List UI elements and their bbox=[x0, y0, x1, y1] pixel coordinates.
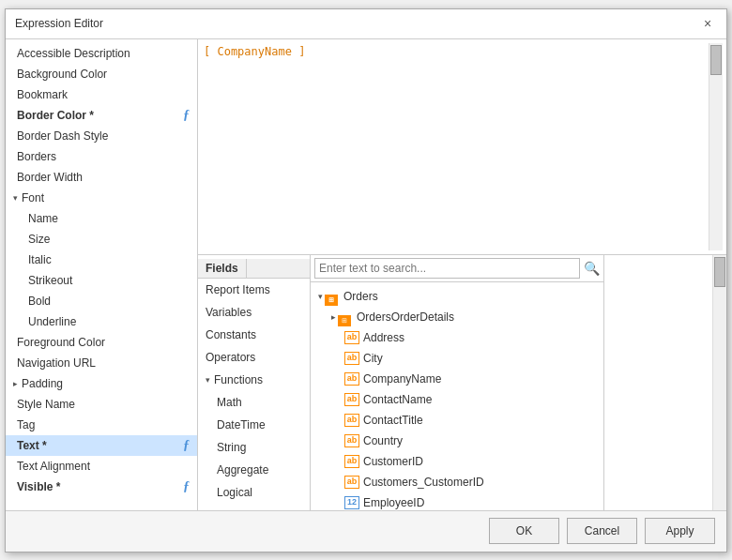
search-input[interactable] bbox=[314, 258, 580, 279]
field-orders[interactable]: ▾ ⊞ Orders bbox=[311, 286, 603, 307]
string-field-icon-companyname: ab bbox=[344, 372, 359, 386]
ok-button[interactable]: OK bbox=[489, 518, 559, 544]
string-field-icon-country: ab bbox=[344, 434, 359, 447]
value-section bbox=[604, 255, 726, 510]
expression-area: [ CompanyName ] bbox=[198, 39, 726, 255]
field-company-name[interactable]: ab CompanyName bbox=[311, 369, 603, 389]
field-tree-scrollbar[interactable] bbox=[712, 255, 726, 510]
sidebar-item-foreground-color[interactable]: Foreground Color bbox=[6, 332, 197, 353]
category-functions-group[interactable]: ▾ Functions bbox=[198, 369, 310, 391]
field-tree-panel: 🔍 ▾ ⊞ Orders bbox=[311, 255, 604, 510]
search-icon: 🔍 bbox=[584, 261, 600, 276]
sidebar-item-italic[interactable]: Italic bbox=[6, 250, 197, 270]
field-contact-title[interactable]: ab ContactTitle bbox=[311, 410, 603, 431]
function-icon-text: ƒ bbox=[183, 437, 190, 454]
sidebar-item-navigation-url[interactable]: Navigation URL bbox=[6, 353, 197, 373]
category-header-row: Fields bbox=[198, 259, 310, 279]
field-orders-order-details[interactable]: ▸ ⊞ OrdersOrderDetails bbox=[311, 307, 603, 327]
field-address[interactable]: ab Address bbox=[311, 327, 603, 348]
field-customer-id[interactable]: ab CustomerID bbox=[311, 451, 603, 472]
chevron-down-icon: ▾ bbox=[13, 189, 18, 206]
field-customers-customer-id[interactable]: ab Customers_CustomerID bbox=[311, 472, 603, 492]
left-panel: Accessible Description Background Color … bbox=[6, 39, 198, 510]
string-field-icon-address: ab bbox=[344, 331, 359, 344]
sidebar-item-border-color[interactable]: Border Color * ƒ bbox=[6, 105, 197, 126]
category-panel: Fields Report Items Variables Constants … bbox=[198, 255, 311, 510]
search-bar: 🔍 bbox=[311, 255, 603, 282]
dialog-title: Expression Editor bbox=[15, 17, 103, 30]
sidebar-item-size[interactable]: Size bbox=[6, 229, 197, 250]
main-content: Accessible Description Background Color … bbox=[6, 39, 726, 510]
category-math[interactable]: Math bbox=[198, 391, 310, 414]
right-section: [ CompanyName ] Fields Report Items Vari… bbox=[198, 39, 726, 510]
field-tree: ▾ ⊞ Orders ▸ ⊞ OrdersOrderD bbox=[311, 282, 603, 510]
category-constants[interactable]: Constants bbox=[198, 324, 310, 346]
close-button[interactable]: × bbox=[698, 14, 717, 33]
chevron-right-icon: ▸ bbox=[13, 375, 18, 392]
function-icon-visible: ƒ bbox=[183, 478, 190, 495]
field-country[interactable]: ab Country bbox=[311, 431, 603, 451]
chevron-down-icon-orders: ▾ bbox=[318, 288, 323, 305]
title-bar: Expression Editor × bbox=[6, 9, 726, 39]
category-variables[interactable]: Variables bbox=[198, 301, 310, 324]
chevron-right-icon-details: ▸ bbox=[331, 309, 336, 325]
sidebar-group-font[interactable]: ▾ Font bbox=[6, 188, 197, 208]
sidebar-item-text-alignment[interactable]: Text Alignment bbox=[6, 456, 197, 477]
number-field-icon-employeeid: 12 bbox=[344, 496, 359, 509]
apply-button[interactable]: Apply bbox=[645, 518, 715, 544]
string-field-icon-customers-customerid: ab bbox=[344, 476, 359, 489]
sidebar-item-background-color[interactable]: Background Color bbox=[6, 64, 197, 84]
string-field-icon-contacttitle: ab bbox=[344, 414, 359, 427]
sidebar-item-tag[interactable]: Tag bbox=[6, 415, 197, 435]
expression-scrollbar[interactable] bbox=[709, 43, 723, 250]
field-employee-id[interactable]: 12 EmployeeID bbox=[311, 492, 603, 510]
string-field-icon-contactname: ab bbox=[344, 393, 359, 406]
sidebar-item-border-dash-style[interactable]: Border Dash Style bbox=[6, 126, 197, 146]
chevron-down-icon-functions: ▾ bbox=[206, 371, 210, 388]
sidebar-item-style-name[interactable]: Style Name bbox=[6, 394, 197, 415]
category-operators[interactable]: Operators bbox=[198, 346, 310, 369]
sidebar-item-accessible-description[interactable]: Accessible Description bbox=[6, 43, 197, 64]
string-field-icon-city: ab bbox=[344, 352, 359, 365]
sidebar-item-name[interactable]: Name bbox=[6, 208, 197, 229]
bottom-section: Fields Report Items Variables Constants … bbox=[198, 255, 726, 510]
string-field-icon-customerid: ab bbox=[344, 455, 359, 468]
expression-editor-dialog: Expression Editor × Accessible Descripti… bbox=[5, 8, 727, 552]
footer: OK Cancel Apply bbox=[6, 510, 726, 552]
category-logical[interactable]: Logical bbox=[198, 481, 310, 504]
category-report-items[interactable]: Report Items bbox=[198, 279, 310, 301]
category-datetime[interactable]: DateTime bbox=[198, 414, 310, 436]
field-contact-name[interactable]: ab ContactName bbox=[311, 389, 603, 410]
category-string[interactable]: String bbox=[198, 436, 310, 459]
expression-input[interactable]: [ CompanyName ] bbox=[202, 43, 709, 250]
value-panel bbox=[604, 255, 712, 510]
sidebar-group-padding[interactable]: ▸ Padding bbox=[6, 373, 197, 394]
cancel-button[interactable]: Cancel bbox=[567, 518, 637, 544]
table-icon-details: ⊞ bbox=[338, 310, 353, 324]
field-city[interactable]: ab City bbox=[311, 348, 603, 369]
sidebar-item-text[interactable]: Text * ƒ bbox=[6, 435, 197, 456]
category-header: Fields bbox=[198, 259, 247, 278]
category-aggregate[interactable]: Aggregate bbox=[198, 459, 310, 481]
sidebar-item-visible[interactable]: Visible * ƒ bbox=[6, 477, 197, 497]
sidebar-item-border-width[interactable]: Border Width bbox=[6, 167, 197, 188]
table-icon: ⊞ bbox=[325, 290, 340, 303]
function-icon-border-color: ƒ bbox=[183, 107, 190, 124]
sidebar-item-bookmark[interactable]: Bookmark bbox=[6, 84, 197, 105]
sidebar-item-underline[interactable]: Underline bbox=[6, 311, 197, 332]
sidebar-item-bold[interactable]: Bold bbox=[6, 291, 197, 311]
sidebar-item-strikeout[interactable]: Strikeout bbox=[6, 270, 197, 291]
sidebar-item-borders[interactable]: Borders bbox=[6, 146, 197, 167]
